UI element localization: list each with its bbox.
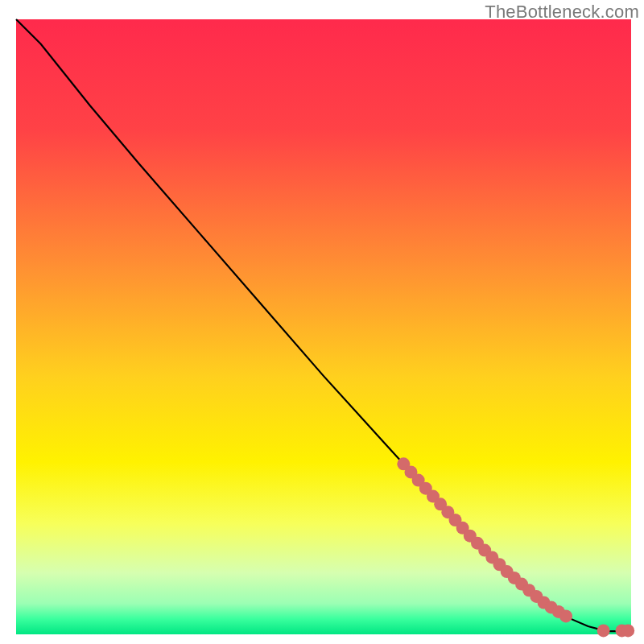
attribution-text: TheBottleneck.com <box>485 2 639 23</box>
chart-svg <box>0 0 644 644</box>
data-dot <box>597 624 610 637</box>
gradient-background <box>16 19 631 634</box>
data-dot <box>621 624 634 637</box>
chart-stage: TheBottleneck.com <box>0 0 644 644</box>
data-dot <box>559 609 572 622</box>
